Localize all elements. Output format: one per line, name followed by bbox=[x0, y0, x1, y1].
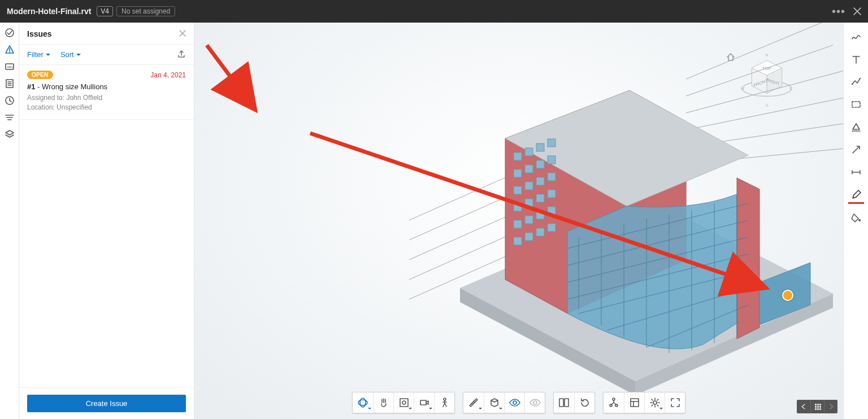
file-name: Modern-Hotel-Final.rvt bbox=[7, 7, 91, 16]
measure-group bbox=[463, 392, 545, 413]
filter-dropdown[interactable]: Filter bbox=[27, 50, 50, 59]
create-issue-button[interactable]: Create Issue bbox=[27, 395, 186, 412]
viewer-toolbar bbox=[352, 392, 685, 413]
sort-dropdown[interactable]: Sort bbox=[60, 50, 81, 59]
pager-next-icon[interactable] bbox=[824, 400, 837, 413]
svg-rect-86 bbox=[819, 404, 821, 405]
svg-line-17 bbox=[686, 71, 843, 113]
more-menu-icon[interactable]: ••• bbox=[832, 5, 845, 18]
split-group bbox=[553, 392, 595, 413]
pager-prev-icon[interactable] bbox=[797, 400, 810, 413]
svg-point-0 bbox=[6, 29, 14, 37]
svg-rect-75 bbox=[559, 399, 563, 407]
rectangle-icon[interactable] bbox=[850, 98, 862, 111]
markups-icon[interactable] bbox=[4, 27, 15, 38]
svg-rect-32 bbox=[536, 160, 544, 168]
polyline-icon[interactable] bbox=[850, 76, 862, 88]
version-badge[interactable]: V4 bbox=[97, 6, 113, 16]
title-bar: Modern-Hotel-Final.rvt V4 No set assigne… bbox=[0, 0, 868, 23]
tree-button[interactable] bbox=[604, 392, 624, 413]
svg-rect-89 bbox=[819, 406, 821, 408]
reset-button[interactable] bbox=[574, 392, 594, 413]
shape-icon[interactable] bbox=[850, 121, 862, 133]
svg-rect-95 bbox=[852, 102, 860, 107]
chevron-down-icon bbox=[76, 54, 81, 58]
model-view bbox=[341, 56, 843, 407]
svg-rect-41 bbox=[548, 190, 555, 198]
svg-rect-84 bbox=[815, 404, 817, 405]
svg-rect-40 bbox=[536, 194, 544, 202]
svg-rect-31 bbox=[525, 165, 533, 173]
text-icon[interactable] bbox=[850, 53, 862, 66]
svg-rect-71 bbox=[420, 400, 426, 405]
svg-line-18 bbox=[686, 96, 843, 130]
svg-rect-36 bbox=[536, 177, 544, 185]
measure-button[interactable] bbox=[463, 392, 484, 413]
settings-group bbox=[603, 392, 685, 413]
svg-rect-33 bbox=[548, 156, 555, 164]
status-badge: OPEN bbox=[27, 71, 53, 79]
svg-line-65 bbox=[207, 45, 255, 110]
split-view-button[interactable] bbox=[554, 392, 574, 413]
issue-number: #1 bbox=[27, 82, 35, 91]
svg-rect-28 bbox=[536, 143, 544, 151]
svg-rect-80 bbox=[631, 399, 639, 407]
svg-rect-85 bbox=[817, 404, 819, 405]
filter-label: Filter bbox=[27, 50, 44, 59]
orbit-button[interactable] bbox=[353, 392, 373, 413]
svg-line-15 bbox=[686, 23, 822, 79]
svg-rect-38 bbox=[514, 203, 522, 211]
issue-item[interactable]: OPEN Jan 4, 2021 #1 - Wrong size Mullion… bbox=[19, 65, 194, 120]
svg-rect-43 bbox=[525, 216, 533, 224]
history-icon[interactable] bbox=[4, 95, 15, 106]
sheets-icon[interactable] bbox=[4, 78, 15, 89]
section-button[interactable] bbox=[484, 392, 504, 413]
issues-icon[interactable] bbox=[4, 44, 15, 55]
svg-rect-87 bbox=[815, 406, 817, 408]
svg-rect-92 bbox=[819, 408, 821, 410]
issue-title: #1 - Wrong size Mullions bbox=[27, 82, 186, 91]
fullscreen-button[interactable] bbox=[665, 392, 685, 413]
svg-line-23 bbox=[409, 215, 511, 260]
svg-rect-26 bbox=[514, 152, 522, 160]
arrow-icon[interactable] bbox=[850, 143, 862, 156]
layers-icon[interactable] bbox=[4, 129, 15, 140]
viewer-canvas[interactable]: TOP FRONT RIGHT N E W S bbox=[194, 23, 843, 419]
svg-rect-37 bbox=[548, 173, 555, 181]
issue-assignee: John Offield bbox=[66, 94, 102, 102]
svg-point-73 bbox=[513, 401, 517, 404]
issue-pin[interactable] bbox=[782, 290, 793, 301]
dimension-icon[interactable] bbox=[850, 166, 862, 178]
ghost-button[interactable] bbox=[524, 392, 545, 413]
left-rail: RFI bbox=[0, 23, 19, 419]
svg-line-22 bbox=[409, 195, 511, 240]
walk-button[interactable] bbox=[434, 392, 454, 413]
properties-button[interactable] bbox=[624, 392, 644, 413]
markup-rail bbox=[843, 23, 868, 419]
svg-point-2 bbox=[9, 51, 10, 53]
svg-point-96 bbox=[858, 219, 861, 221]
fill-icon[interactable] bbox=[850, 211, 862, 224]
issue-title-text: Wrong size Mullions bbox=[42, 82, 107, 91]
pager-grid-icon[interactable] bbox=[810, 400, 824, 413]
pencil-icon[interactable] bbox=[850, 189, 862, 201]
set-selector[interactable]: No set assigned bbox=[116, 6, 175, 16]
rfis-icon[interactable]: RFI bbox=[4, 61, 15, 72]
camera-button[interactable] bbox=[414, 392, 434, 413]
svg-rect-48 bbox=[536, 228, 544, 236]
svg-rect-45 bbox=[548, 207, 555, 215]
levels-icon[interactable] bbox=[4, 112, 15, 123]
zoom-button[interactable] bbox=[393, 392, 414, 413]
svg-rect-39 bbox=[525, 199, 533, 207]
export-icon[interactable] bbox=[177, 49, 186, 60]
settings-button[interactable] bbox=[644, 392, 665, 413]
sort-label: Sort bbox=[60, 50, 74, 59]
svg-rect-93 bbox=[852, 84, 853, 85]
svg-rect-76 bbox=[565, 399, 568, 407]
chevron-down-icon bbox=[46, 54, 50, 58]
freehand-icon[interactable] bbox=[850, 30, 862, 43]
close-icon[interactable] bbox=[853, 7, 861, 15]
panel-close-icon[interactable] bbox=[179, 30, 186, 38]
pan-button[interactable] bbox=[373, 392, 393, 413]
show-issues-button[interactable] bbox=[504, 392, 524, 413]
